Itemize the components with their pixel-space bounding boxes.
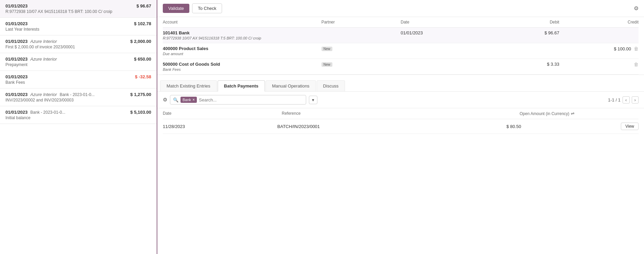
journal-account-sub: R:9772938 10/07 AX 9415116318 T:5 BRT: 1… [163, 36, 321, 40]
left-item[interactable]: 01/01/2023$ 102.78Last Year Interests [0, 18, 157, 35]
adjust-columns-icon[interactable]: ⇌ [571, 111, 575, 116]
view-button[interactable]: View [621, 123, 639, 130]
left-item-date: 01/01/2023 [5, 21, 28, 26]
journal-account-name: 400000 Product Sales [163, 46, 321, 51]
journal-account-sub: Bank Fees [163, 67, 321, 72]
journal-credit: $ 100.00 [614, 46, 631, 51]
tab-match-existing-entries[interactable]: Match Existing Entries [160, 80, 217, 91]
col-account: Account [163, 20, 321, 25]
left-item-description: Prepayment [5, 62, 151, 67]
journal-debit: $ 3.33 [480, 62, 559, 67]
left-item-amount: $ 96.67 [137, 3, 151, 9]
col-debit: Debit [480, 20, 559, 25]
journal-account-sub: Due amount [163, 52, 321, 56]
journal-row: 400000 Product SalesDue amountNew$ 100.0… [163, 43, 639, 59]
top-toolbar: Validate To Check ⚙ [157, 0, 644, 17]
col-partner: Partner [321, 20, 401, 25]
settings-icon[interactable]: ⚙ [634, 5, 639, 12]
left-item-partner: Azure Interior [30, 92, 57, 97]
result-open-amount: $ 80.50 [506, 124, 621, 129]
left-item-description: Bank Fees [5, 80, 151, 85]
left-item[interactable]: 01/01/2023$ -32.58Bank Fees [0, 71, 157, 89]
bottom-section: Match Existing EntriesBatch PaymentsManu… [157, 75, 644, 254]
left-panel: 01/01/2023$ 96.67R:9772938 10/07 AX 9415… [0, 0, 157, 254]
delete-icon[interactable]: 🗑 [634, 46, 639, 51]
col-date: Date [400, 20, 480, 25]
new-badge: New [321, 47, 332, 51]
result-reference: BATCH/IN/2023/0001 [277, 124, 506, 129]
search-input[interactable] [199, 97, 303, 102]
pagination-next[interactable]: › [632, 96, 639, 104]
left-item[interactable]: 01/01/2023Azure Interior$ 2,000.00First … [0, 35, 157, 53]
results-col-reference: Reference [282, 111, 520, 116]
journal-row: 500000 Cost of Goods SoldBank FeesNew$ 3… [163, 59, 639, 75]
left-item-date: 01/01/2023 [5, 74, 28, 79]
left-item-ref: Bank - 2023-01-0... [60, 92, 95, 97]
to-check-button[interactable]: To Check [192, 3, 222, 13]
journal-account-name: 101401 Bank [163, 30, 321, 35]
journal-table: Account Partner Date Debit Credit 101401… [157, 17, 644, 75]
validate-button[interactable]: Validate [163, 4, 189, 13]
tabs-bar: Match Existing EntriesBatch PaymentsManu… [157, 75, 644, 92]
left-item-amount: $ 2,000.00 [130, 39, 151, 44]
results-header: Date Reference Open Amount (in Currency)… [163, 108, 639, 119]
search-icon: 🔍 [173, 97, 178, 102]
results-row: 11/28/2023BATCH/IN/2023/0001$ 80.50View [163, 119, 639, 134]
pagination-prev[interactable]: ‹ [623, 96, 629, 104]
left-item-amount: $ 102.78 [134, 21, 151, 26]
left-item-description: INV/2023/00002 and INV/2023/00003 [5, 98, 151, 102]
new-badge: New [321, 62, 332, 67]
journal-row: 101401 BankR:9772938 10/07 AX 9415116318… [163, 28, 639, 43]
left-item-amount: $ 650.00 [134, 57, 151, 62]
pagination: 1-1 / 1 ‹ › [608, 96, 639, 104]
left-item[interactable]: 01/01/2023Azure Interior$ 650.00Prepayme… [0, 53, 157, 71]
journal-date: 01/01/2023 [400, 30, 480, 35]
left-item[interactable]: 01/01/2023Azure InteriorBank - 2023-01-0… [0, 89, 157, 106]
left-item-description: Initial balance [5, 115, 151, 120]
left-item-ref: Bank - 2023-01-0... [30, 110, 65, 115]
filter-remove-icon[interactable]: × [192, 97, 195, 102]
results-col-amount: Open Amount (in Currency) ⇌ [520, 111, 639, 116]
right-panel: Validate To Check ⚙ Account Partner Date… [157, 0, 644, 254]
left-item-description: R:9772938 10/07 AX 9415116318 T:5 BRT: 1… [5, 9, 151, 14]
tab-discuss[interactable]: Discuss [317, 80, 345, 91]
left-item-description: Last Year Interests [5, 27, 151, 32]
left-item-partner: Azure Interior [30, 57, 57, 62]
left-item-amount: $ 1,275.00 [130, 92, 151, 97]
col-credit: Credit [559, 20, 639, 25]
left-item-amount: $ 5,103.00 [130, 110, 151, 115]
journal-debit: $ 96.67 [480, 30, 559, 35]
results-col-date: Date [163, 111, 282, 116]
delete-icon[interactable]: 🗑 [634, 62, 639, 67]
left-item-date: 01/01/2023 [5, 39, 28, 44]
filter-label: Bank [183, 98, 191, 102]
results-table: Date Reference Open Amount (in Currency)… [157, 108, 644, 254]
search-input-wrapper: 🔍 Bank × [170, 95, 306, 105]
filter-badge: Bank × [180, 97, 197, 103]
tab-batch-payments[interactable]: Batch Payments [218, 80, 265, 92]
left-item-partner: Azure Interior [30, 39, 57, 44]
left-item[interactable]: 01/01/2023$ 96.67R:9772938 10/07 AX 9415… [0, 0, 157, 18]
left-item-date: 01/01/2023 [5, 92, 28, 97]
search-bar: ⚙ 🔍 Bank × ▾ 1-1 / 1 ‹ › [157, 92, 644, 108]
tab-manual-operations[interactable]: Manual Operations [266, 80, 316, 91]
gear-icon[interactable]: ⚙ [163, 97, 167, 103]
left-item-date: 01/01/2023 [5, 57, 28, 62]
left-item-amount: $ -32.58 [135, 74, 151, 79]
result-date: 11/28/2023 [163, 124, 277, 129]
pagination-text: 1-1 / 1 [608, 97, 621, 102]
left-item-description: First $ 2,000.00 of invoice 2023/00001 [5, 45, 151, 49]
left-item[interactable]: 01/01/2023Bank - 2023-01-0...$ 5,103.00I… [0, 106, 157, 124]
journal-account-name: 500000 Cost of Goods Sold [163, 62, 321, 67]
left-item-date: 01/01/2023 [5, 110, 28, 115]
left-item-date: 01/01/2023 [5, 3, 28, 9]
dropdown-arrow[interactable]: ▾ [309, 96, 317, 104]
journal-header: Account Partner Date Debit Credit [163, 17, 639, 28]
